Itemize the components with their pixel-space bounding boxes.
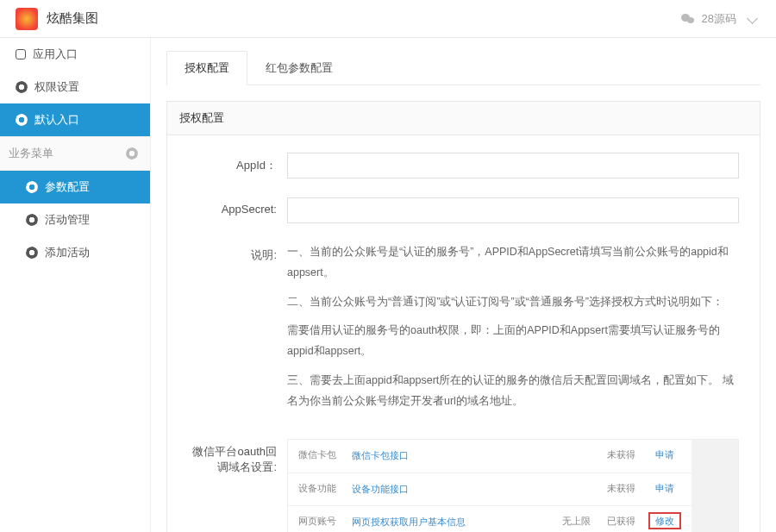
sidebar-section-label: 业务菜单 (9, 146, 53, 161)
entry-icon (16, 49, 26, 59)
cell: 无上限 (559, 515, 593, 528)
header-left: 炫酷集图 (16, 8, 98, 30)
sidebar-item-label: 权限设置 (34, 79, 79, 95)
sidebar-item-default-entry[interactable]: 默认入口 (0, 103, 150, 136)
cell: 网页授权获取用户基本信息 (352, 515, 548, 530)
cell: 已获得 (604, 515, 638, 528)
form-row-callback: 微信平台oauth回调域名设置: 微信卡包 微信卡包接口 未获得 申请 (188, 439, 739, 532)
tabs: 授权配置 红包参数配置 (166, 50, 760, 85)
tab-redpacket-config[interactable]: 红包参数配置 (247, 51, 351, 85)
cell: 设备功能接口 (352, 482, 548, 498)
panel-title: 授权配置 (167, 102, 760, 135)
sidebar-subitem-add-activity[interactable]: 添加活动 (0, 236, 150, 269)
sidebar-subitem-activity-manage[interactable]: 活动管理 (0, 203, 150, 236)
table-row: 设备功能 设备功能接口 未获得 申请 (288, 473, 692, 507)
sidebar-item-permission[interactable]: 权限设置 (0, 71, 150, 103)
sidebar-item-label: 应用入口 (33, 47, 78, 62)
gear-icon (126, 147, 138, 160)
modify-link[interactable]: 修改 (648, 512, 681, 529)
input-appsecret[interactable] (287, 197, 739, 223)
cell: 微信卡包接口 (352, 448, 548, 464)
label-desc: 说明: (188, 242, 287, 420)
cell: 设备功能 (298, 482, 341, 495)
wechat-icon (681, 13, 695, 25)
desc-text: 一、当前的公众账号是“认证的服务号”，APPID和AppSecret请填写当前公… (287, 242, 739, 420)
sidebar: 应用入口 权限设置 默认入口 业务菜单 参数配置 活动管理 添加活动 (0, 38, 151, 532)
form-row-desc: 说明: 一、当前的公众账号是“认证的服务号”，APPID和AppSecret请填… (188, 242, 739, 420)
desc-line: 一、当前的公众账号是“认证的服务号”，APPID和AppSecret请填写当前公… (287, 242, 739, 284)
app-header: 炫酷集图 28源码 (0, 0, 776, 38)
callback-table: 微信卡包 微信卡包接口 未获得 申请 设备功能 设备功能接口 (287, 439, 739, 532)
form-row-appsecret: AppSecret: (188, 197, 739, 223)
chevron-down-icon[interactable] (743, 13, 760, 25)
sidebar-item-label: 参数配置 (45, 179, 90, 195)
cell: 未获得 (604, 482, 638, 495)
gear-icon (26, 214, 38, 226)
desc-line: 需要借用认证的服务号的oauth权限，即：上面的APPID和Appsert需要填… (287, 321, 739, 362)
cell: 微信卡包 (298, 448, 341, 461)
sidebar-item-label: 默认入口 (34, 112, 79, 128)
sidebar-item-app-entry[interactable]: 应用入口 (0, 38, 150, 71)
cell: 申请 (648, 448, 681, 461)
callback-side-placeholder (692, 440, 738, 532)
cell: 网页账号 (298, 515, 341, 528)
sidebar-section-business[interactable]: 业务菜单 (0, 136, 150, 171)
sidebar-item-label: 活动管理 (45, 212, 90, 228)
gear-icon (16, 114, 28, 126)
label-callback: 微信平台oauth回调域名设置: (188, 439, 287, 532)
sidebar-item-label: 添加活动 (45, 245, 90, 260)
sidebar-subitem-params[interactable]: 参数配置 (0, 171, 150, 203)
gear-icon (26, 181, 38, 193)
panel-auth-config: 授权配置 AppId： AppSecret: 说明: (166, 101, 760, 532)
label-appsecret: AppSecret: (188, 197, 287, 223)
tab-auth-config[interactable]: 授权配置 (166, 51, 247, 85)
input-appid[interactable] (287, 153, 739, 178)
source-label: 28源码 (702, 11, 736, 27)
label-appid: AppId： (188, 153, 287, 178)
cell: 未获得 (604, 448, 638, 461)
main-content: 授权配置 红包参数配置 授权配置 AppId： AppSecret: (151, 38, 776, 532)
app-logo-icon (16, 8, 38, 30)
form-row-appid: AppId： (188, 153, 739, 178)
table-row: 微信卡包 微信卡包接口 未获得 申请 (288, 440, 692, 473)
gear-icon (26, 247, 38, 259)
app-title: 炫酷集图 (47, 10, 98, 27)
table-row: 网页账号 网页授权获取用户基本信息 无上限 已获得 修改 (288, 506, 692, 532)
desc-line: 二、当前公众账号为“普通订阅”或“认证订阅号”或“普通服务号”选择授权方式时说明… (287, 292, 739, 313)
header-right[interactable]: 28源码 (681, 11, 760, 27)
desc-line: 三、需要去上面appid和appsert所在的认证的服务的微信后天配置回调域名，… (287, 371, 739, 412)
cell: 申请 (648, 482, 681, 495)
gear-icon (16, 81, 28, 93)
